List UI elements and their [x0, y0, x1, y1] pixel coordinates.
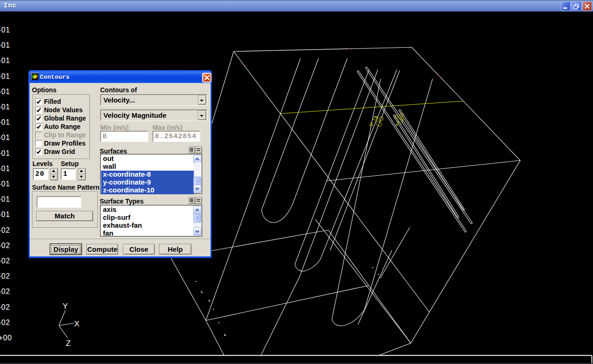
svg-text:Y: Y — [63, 302, 68, 311]
svg-text:Z: Z — [66, 339, 70, 348]
svg-text:X: X — [74, 319, 79, 328]
